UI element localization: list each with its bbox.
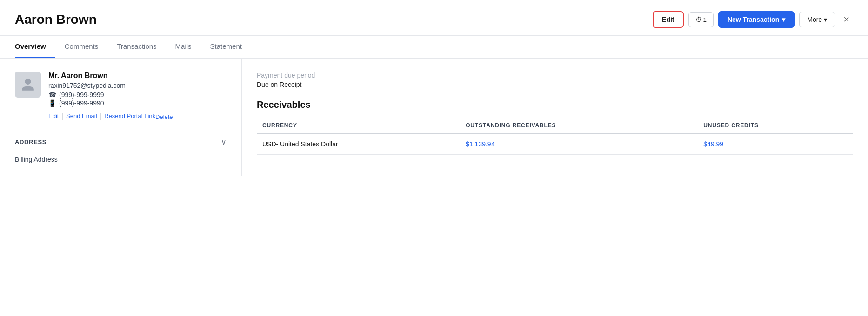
- tabs-nav: Overview Comments Transactions Mails Sta…: [0, 36, 868, 59]
- contact-actions: Edit | Send Email | Resend Portal Link D…: [48, 112, 227, 120]
- avatar: [15, 72, 41, 98]
- left-panel: Mr. Aaron Brown raxin91752@stypedia.com …: [0, 59, 242, 176]
- tab-overview[interactable]: Overview: [15, 36, 55, 58]
- address-section-header[interactable]: ADDRESS ∨: [15, 130, 227, 152]
- header-actions: Edit ⏱ 1 New Transaction ▾ More ▾ ×: [653, 11, 853, 28]
- more-label: More: [807, 16, 822, 23]
- table-row: USD- United States Dollar $1,139.94 $49.…: [257, 134, 853, 155]
- edit-contact-link[interactable]: Edit: [48, 112, 59, 119]
- counter-button[interactable]: ⏱ 1: [688, 12, 714, 27]
- billing-address-label: Billing Address: [15, 152, 227, 163]
- send-email-link[interactable]: Send Email: [66, 112, 97, 119]
- tab-transactions[interactable]: Transactions: [107, 36, 166, 58]
- payment-section: Payment due period Due on Receipt: [257, 72, 853, 88]
- user-avatar-icon: [20, 77, 35, 92]
- table-header-row: CURRENCY OUTSTANDING RECEIVABLES UNUSED …: [257, 118, 853, 134]
- separator-1: |: [61, 112, 63, 120]
- unused-credits-header: UNUSED CREDITS: [698, 118, 853, 134]
- contact-email: raxin91752@stypedia.com: [48, 82, 227, 89]
- more-dropdown-icon: ▾: [824, 16, 827, 23]
- close-button[interactable]: ×: [840, 12, 853, 27]
- more-button[interactable]: More ▾: [799, 12, 835, 27]
- new-transaction-button[interactable]: New Transaction ▾: [718, 11, 795, 28]
- page-title: Aaron Brown: [15, 12, 653, 27]
- dropdown-arrow-icon: ▾: [782, 16, 785, 23]
- clock-icon: ⏱: [695, 16, 701, 23]
- separator-2: |: [100, 112, 102, 120]
- payment-value: Due on Receipt: [257, 81, 853, 88]
- new-transaction-label: New Transaction: [728, 16, 779, 23]
- content-area: Mr. Aaron Brown raxin91752@stypedia.com …: [0, 59, 868, 176]
- payment-label: Payment due period: [257, 72, 853, 79]
- receivables-title: Receivables: [257, 99, 853, 110]
- tab-statement[interactable]: Statement: [201, 36, 251, 58]
- counter-value: 1: [703, 16, 707, 23]
- mobile-icon: 📱: [48, 99, 56, 107]
- tab-comments[interactable]: Comments: [55, 36, 108, 58]
- currency-cell: USD- United States Dollar: [257, 134, 460, 155]
- address-section-title: ADDRESS: [15, 138, 47, 145]
- contact-mobile: 📱 (999)-999-9990: [48, 99, 227, 107]
- receivables-table: CURRENCY OUTSTANDING RECEIVABLES UNUSED …: [257, 118, 853, 155]
- currency-header: CURRENCY: [257, 118, 460, 134]
- edit-button[interactable]: Edit: [653, 11, 683, 28]
- outstanding-cell: $1,139.94: [460, 134, 698, 155]
- unused-credits-cell: $49.99: [698, 134, 853, 155]
- phone-icon: ☎: [48, 91, 56, 99]
- contact-name: Mr. Aaron Brown: [48, 72, 227, 80]
- delete-contact-link[interactable]: Delete: [155, 113, 173, 120]
- right-panel: Payment due period Due on Receipt Receiv…: [242, 59, 868, 176]
- outstanding-header: OUTSTANDING RECEIVABLES: [460, 118, 698, 134]
- contact-details: Mr. Aaron Brown raxin91752@stypedia.com …: [48, 72, 227, 120]
- resend-portal-link[interactable]: Resend Portal Link: [104, 112, 155, 119]
- contact-info: Mr. Aaron Brown raxin91752@stypedia.com …: [15, 72, 227, 120]
- tab-mails[interactable]: Mails: [166, 36, 201, 58]
- chevron-down-icon: ∨: [221, 138, 227, 146]
- contact-phone: ☎ (999)-999-9999: [48, 91, 227, 99]
